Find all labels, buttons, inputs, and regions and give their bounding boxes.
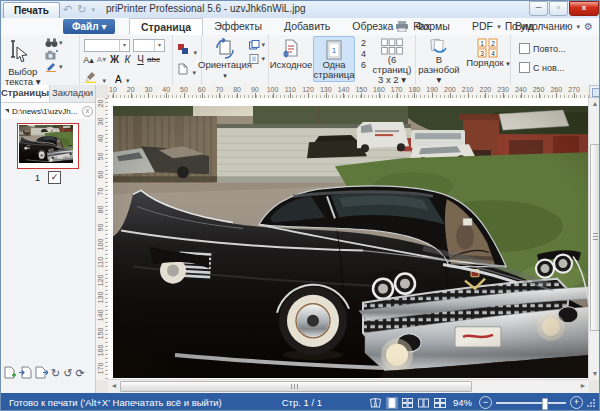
font-family-dropdown-icon[interactable]: ▾ (119, 40, 129, 51)
printer-dropdown-icon[interactable]: ▾ (497, 23, 501, 31)
svg-text:1: 1 (480, 40, 484, 47)
tab-add[interactable]: Добавить (273, 18, 341, 35)
title-bar: Печать ↶ ↻ ▾ priPrinter Professional 5.6… (1, 1, 600, 19)
one-page-icon: 1 (325, 40, 343, 60)
zoom-slider-thumb[interactable] (542, 398, 548, 410)
add-page-icon[interactable] (4, 366, 16, 379)
snapshot-button[interactable] (45, 50, 63, 60)
original-layout-button[interactable]: Исходное (269, 35, 313, 85)
close-document-icon[interactable]: x (82, 106, 93, 117)
pen-annotate-button[interactable]: ▾ (45, 62, 63, 72)
profile-name[interactable]: По умолчанию (505, 21, 573, 32)
redo-icon[interactable]: ↻ (77, 2, 86, 17)
pages-count-column: 2 4 6 (361, 38, 366, 70)
repeat-checkbox-label: Повто... (533, 44, 566, 54)
two-page-view-icon[interactable] (418, 397, 430, 409)
six-pages-grid-button[interactable]: (6 страниц) 3 x 2 ▾ (371, 35, 413, 85)
font-family-combo[interactable]: ▾ (84, 39, 130, 52)
with-new-checkbox-box[interactable] (519, 62, 530, 73)
font-color-dropdown-icon: ▾ (126, 77, 130, 84)
undo-icon[interactable]: ↶ (63, 2, 72, 17)
printer-icon (395, 21, 409, 32)
vertical-scrollbar[interactable]: ▲ ▼ (588, 98, 600, 380)
bold-button[interactable]: Ж (108, 54, 121, 65)
order-button[interactable]: 1234 Порядок ▾ (466, 35, 510, 85)
page-border-button[interactable]: ▾ (178, 61, 196, 79)
pages-panel: Страницы Закладки D:\news\1\uzvJh... x 1… (1, 85, 96, 393)
scroll-down-icon[interactable]: ▼ (589, 368, 600, 380)
binoculars-icon (45, 38, 58, 48)
select-text-button[interactable]: Выбор текста ▾ (5, 39, 40, 87)
underline-button[interactable]: Ч (134, 54, 147, 65)
page-icon (178, 63, 188, 75)
margins-button[interactable]: ▾ (249, 54, 265, 64)
rotate-cw-icon[interactable]: ↻ (51, 367, 60, 379)
minimize-button[interactable]: ─ (529, 1, 548, 16)
shuffle-button[interactable]: В разнобой ▾ (416, 35, 462, 85)
one-page-button[interactable]: 1 Одна страница (313, 36, 355, 82)
page-color-button[interactable]: ▾ (178, 41, 197, 59)
find-dropdown-icon: ▾ (59, 39, 63, 47)
six-pages-label1: (6 страниц) (373, 54, 412, 75)
single-page-view-icon[interactable] (386, 397, 398, 409)
six-pages-button[interactable]: 6 (361, 60, 366, 70)
repeat-checkbox-box[interactable] (519, 43, 530, 54)
two-pages-button[interactable]: 2 (361, 38, 366, 48)
find-button[interactable]: ▾ (45, 38, 63, 48)
customize-toolbar-icon[interactable]: ▾ (91, 2, 95, 17)
strikethrough-button[interactable]: abc (147, 55, 160, 64)
insert-page-before-icon[interactable] (19, 366, 32, 379)
close-button[interactable]: x (569, 1, 599, 16)
rotate-180-icon[interactable]: ⟳ (75, 367, 84, 379)
paper-copies-icon (249, 40, 260, 50)
preview-page[interactable] (108, 98, 589, 380)
ruler-corner-button[interactable] (589, 85, 600, 98)
resize-grip[interactable] (587, 399, 595, 407)
tree-expander-icon[interactable] (5, 109, 9, 113)
scroll-left-icon[interactable]: ◄ (108, 380, 120, 392)
zoom-out-button[interactable]: − (479, 396, 492, 409)
printer-name[interactable]: Fax (413, 21, 493, 32)
maximize-button[interactable]: ▫ (549, 1, 568, 16)
four-pages-button[interactable]: 4 (361, 49, 366, 59)
zoom-slider[interactable] (496, 402, 566, 404)
continuous-view-icon[interactable] (434, 397, 446, 409)
font-size-combo[interactable]: ▾ (133, 39, 165, 52)
multi-page-view-icon[interactable] (402, 397, 414, 409)
ribbon: Выбор текста ▾ ▾ ▾ ▾ ▾ А▴ А▾ Ж К (1, 35, 600, 86)
paper-size-dropdown-icon: ▾ (261, 41, 265, 49)
original-label: Исходное (270, 60, 313, 70)
repeat-checkbox[interactable]: Повто... (519, 43, 566, 54)
file-menu-button[interactable]: Файл ▾ (63, 19, 115, 34)
scroll-up-icon[interactable]: ▲ (589, 98, 600, 110)
insert-page-after-icon[interactable] (35, 366, 48, 379)
panel-tab-bookmarks[interactable]: Закладки (50, 85, 95, 102)
shuffle-label2: разнобой ▾ (418, 64, 459, 85)
photo-preview (113, 106, 589, 378)
paper-size-button[interactable]: ▾ (249, 40, 265, 50)
grow-font-button[interactable]: А▴ (82, 55, 95, 65)
tab-page[interactable]: Страница (129, 18, 203, 36)
shrink-font-button[interactable]: А▾ (95, 55, 108, 64)
ribbon-tab-row: Файл ▾ Страница Эффекты Добавить Обрезка… (1, 18, 600, 36)
vertical-scrollbar-thumb[interactable] (590, 144, 600, 331)
page-include-checkbox[interactable]: ✓ (48, 171, 61, 184)
page-thumbnail[interactable] (17, 123, 79, 169)
status-bar: Готово к печати ('Alt+X' Напечатать всё … (1, 393, 600, 411)
rotate-ccw-icon[interactable]: ↺ (63, 367, 72, 379)
orientation-button[interactable]: Ориентация ▾ (202, 35, 248, 85)
italic-button[interactable]: К (121, 54, 134, 65)
settings-gear-icon[interactable]: ⚙ (584, 21, 593, 32)
book-view-icon[interactable] (370, 397, 382, 409)
document-tree-item[interactable]: D:\news\1\uzvJh... x (1, 103, 95, 119)
with-new-checkbox[interactable]: С нов... (519, 62, 566, 73)
profile-dropdown-icon[interactable]: ▾ (577, 23, 581, 31)
tab-effects[interactable]: Эффекты (203, 18, 273, 35)
zoom-in-button[interactable]: + (570, 396, 583, 409)
print-quick-button[interactable]: Печать (3, 2, 60, 19)
scroll-right-icon[interactable]: ► (577, 380, 589, 392)
horizontal-scrollbar[interactable]: ◄ ► (108, 379, 589, 393)
horizontal-scrollbar-thumb[interactable] (120, 381, 472, 392)
font-size-dropdown-icon[interactable]: ▾ (154, 40, 164, 51)
panel-tab-pages[interactable]: Страницы (1, 85, 50, 102)
